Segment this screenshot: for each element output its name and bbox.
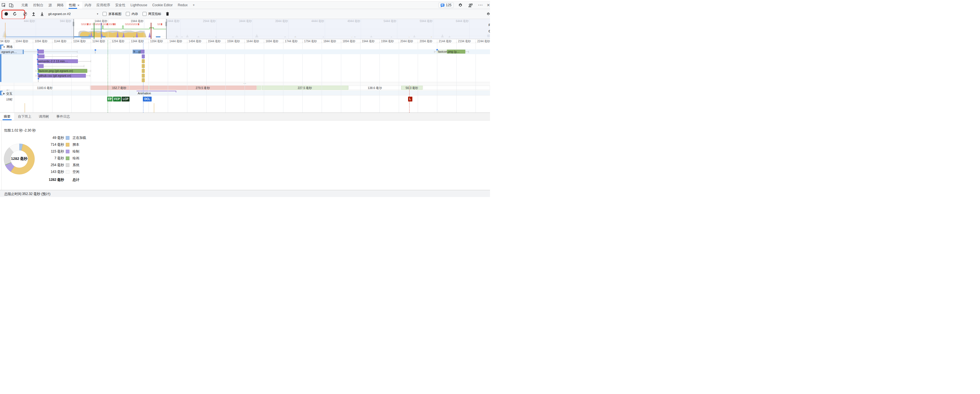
long-task-tick (115, 23, 115, 25)
timeline-overview[interactable]: 444 毫秒944 毫秒1444 毫秒1944 毫秒2444 毫秒2944 毫秒… (0, 19, 490, 39)
frame-segment[interactable]: 56.3 毫秒 (401, 86, 423, 90)
tab-控制台[interactable]: 控制台 (30, 2, 46, 9)
bottom-tab-自下而上[interactable]: 自下而上 (14, 113, 35, 120)
summary-range: 范围:1.02 秒 -2.30 秒 (4, 128, 36, 133)
timing-badge-FCP[interactable]: FCP (113, 97, 121, 102)
main-thread-block[interactable] (142, 69, 145, 73)
frame-segment[interactable]: 152.7 毫秒 (91, 86, 148, 90)
network-track-header[interactable]: ▼网络 (3, 45, 13, 49)
checkbox-网页指标[interactable]: 网页指标 (143, 12, 161, 16)
network-request[interactable] (141, 49, 145, 54)
selection-handle-right[interactable] (166, 19, 167, 39)
interactions-collapse-icon[interactable]: ▶ (3, 92, 5, 95)
main-flamechart-area[interactable]: ▼网络 ⋯ 帧 1183.6 毫秒152.7 毫秒279.5 毫秒227.5 毫… (0, 39, 490, 113)
network-request[interactable]: semantic-2.2.13.min.... (37, 59, 78, 63)
settings-gear-icon[interactable] (457, 3, 464, 7)
legend-row: 1282 毫秒总计 (23, 177, 80, 183)
tab-安全性[interactable]: 安全性 (113, 2, 128, 9)
legend-swatch (66, 150, 70, 153)
ruler-label: 1044 毫秒 (16, 40, 28, 43)
close-tab-icon[interactable]: × (77, 3, 80, 7)
panel-settings-gear-icon[interactable] (487, 11, 490, 17)
clear-icon[interactable] (23, 12, 27, 16)
inspect-element-icon[interactable] (0, 2, 7, 9)
ruler-label: 1744 毫秒 (285, 40, 298, 43)
legend-label: 系统 (73, 163, 80, 167)
tab-label: Lighthouse (130, 3, 147, 7)
checkbox-内存[interactable]: 内存 (126, 12, 138, 16)
network-request[interactable]: github.css (git.egrant.cn) (38, 74, 86, 78)
network-request[interactable]: favicon.png (git.egrant.cn) (38, 69, 87, 73)
legend-value: 714 毫秒 (23, 142, 64, 147)
main-thread-block[interactable] (142, 59, 145, 63)
network-request-document[interactable]: egrant-yn… (0, 49, 24, 54)
bottom-tab-摘要[interactable]: 摘要 (0, 113, 14, 120)
ruler-tick (379, 41, 380, 43)
request-marker[interactable] (95, 49, 96, 51)
frames-track[interactable]: 1183.6 毫秒152.7 毫秒279.5 毫秒227.5 毫秒138.6 毫… (0, 86, 490, 91)
tab-label: 性能 (69, 3, 76, 8)
ruler-label: 1794 毫秒 (304, 40, 317, 43)
request-whisker (43, 66, 84, 66)
request-marker-tick (95, 51, 95, 54)
ruler-label: 1494 毫秒 (189, 40, 202, 43)
feedback-icon[interactable] (467, 3, 474, 7)
selection-handle-left[interactable] (73, 19, 74, 39)
ruler-label: 1994 毫秒 (381, 40, 394, 43)
animation-label[interactable]: Animation (138, 92, 151, 95)
bottom-tab-调用树[interactable]: 调用树 (35, 113, 53, 120)
tab-元素[interactable]: 元素 (19, 2, 30, 9)
interactions-track[interactable] (0, 91, 490, 96)
selection-handle-grip (73, 22, 74, 26)
issues-badge[interactable]: 125 (438, 2, 454, 8)
main-thread-block[interactable] (142, 54, 145, 58)
request-marker[interactable] (38, 78, 39, 79)
timing-badge-DCL[interactable]: DCL (143, 97, 152, 102)
frame-segment[interactable]: 227.5 毫秒 (262, 86, 348, 90)
timing-badge-L[interactable]: L (408, 97, 412, 102)
frame-segment[interactable]: 279.5 毫秒 (150, 86, 256, 90)
checkbox-屏幕截图[interactable]: 屏幕截图 (103, 12, 121, 16)
tab-源[interactable]: 源 (46, 2, 54, 9)
whisker-cap (91, 60, 91, 62)
reload-and-record-button[interactable] (13, 12, 17, 16)
save-profile-icon[interactable] (40, 12, 44, 16)
tab-网络[interactable]: 网络 (54, 2, 66, 9)
legend-row: 714 毫秒脚本 (23, 142, 80, 147)
tab-性能[interactable]: 性能× (66, 2, 82, 9)
target-select[interactable]: git.egrant.cn #2 ▼ (48, 12, 99, 16)
tab-Redux[interactable]: Redux (175, 2, 190, 9)
legend-value: 115 毫秒 (23, 149, 64, 154)
ruler-label: 1694 毫秒 (266, 40, 278, 43)
status-bar: 总阻止时间:352.32 毫秒 (预计) (0, 190, 490, 197)
network-request[interactable]: fr…g) (133, 49, 142, 54)
bottom-tab-事件日志[interactable]: 事件日志 (53, 113, 74, 120)
tab-label: Redux (178, 3, 188, 7)
frame-segment[interactable] (257, 86, 261, 90)
track-splitter-handle[interactable]: ⋯ (0, 82, 490, 86)
devtools-tabbar: 元素控制台源网络性能×内存应用程序安全性LighthouseCookie Edi… (0, 2, 490, 9)
tab-Cookie Editor[interactable]: Cookie Editor (150, 2, 175, 9)
tab-内存[interactable]: 内存 (82, 2, 94, 9)
timing-badge-LCP[interactable]: LCP (122, 97, 129, 102)
checkbox-label: 内存 (132, 12, 138, 16)
record-button[interactable] (4, 12, 8, 16)
main-thread-block[interactable] (142, 74, 145, 78)
frame-segment[interactable]: 138.6 毫秒 (348, 86, 401, 90)
ruler-label: 1394 毫秒 (150, 40, 163, 43)
ruler-label: 1644 毫秒 (246, 40, 259, 43)
main-thread-block[interactable] (142, 64, 145, 68)
device-toolbar-icon[interactable] (7, 2, 15, 9)
long-task-tick (87, 23, 88, 25)
tab-应用程序[interactable]: 应用程序 (94, 2, 113, 9)
close-devtools-icon[interactable]: ✕ (487, 3, 490, 7)
overview-network-bar-light (81, 38, 91, 38)
network-col-stripe (2, 54, 33, 83)
tab-Lighthouse[interactable]: Lighthouse (128, 2, 150, 9)
tab-+[interactable]: + (190, 2, 197, 9)
overview-marker-navigation-start (5, 23, 6, 39)
load-profile-icon[interactable] (31, 12, 36, 16)
more-options-icon[interactable]: ··· (477, 3, 484, 7)
main-thread-block[interactable] (142, 78, 145, 82)
garbage-collect-icon[interactable] (165, 12, 170, 16)
